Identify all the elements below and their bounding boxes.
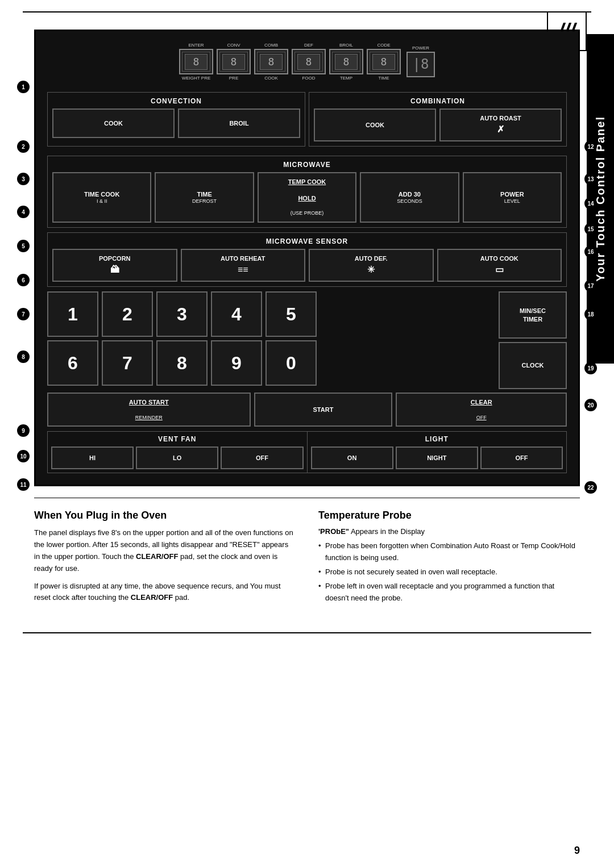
callout-14: 14 xyxy=(584,197,597,210)
num-4-button[interactable]: 4 xyxy=(211,291,262,337)
num-1-button[interactable]: 1 xyxy=(47,291,98,337)
segment-box-3: 8 xyxy=(254,49,288,74)
microwave-sensor-btn-row: POPCORN🏔 AUTO REHEAT≡≡ AUTO DEF.✳ AUTO C… xyxy=(52,249,562,282)
auto-start-reminder-button[interactable]: AUTO START REMINDER xyxy=(47,393,251,427)
display-segment-6: CODE 8 TIME xyxy=(367,43,401,81)
num-7-button[interactable]: 7 xyxy=(102,340,153,386)
sun-icon: ✳ xyxy=(367,264,375,276)
probe-bullet-1: Probe has been forgotten when Combinatio… xyxy=(318,540,580,564)
convection-label: CONVECTION xyxy=(52,97,300,105)
clock-button[interactable]: CLOCK xyxy=(499,342,567,389)
seg-label-code-bot: TIME xyxy=(378,76,389,81)
seg-label-broil-top: BROIL xyxy=(339,43,353,48)
light-btn-row: ON NIGHT OFF xyxy=(311,446,563,469)
probe-bullet-list: Probe has been forgotten when Combinatio… xyxy=(318,540,580,604)
vent-hi-button[interactable]: HI xyxy=(51,446,134,469)
callout-6: 6 xyxy=(17,274,30,286)
microwave-sensor-section: MICROWAVE SENSOR POPCORN🏔 AUTO REHEAT≡≡ … xyxy=(47,232,567,287)
segment-inner-5: 8 xyxy=(335,54,358,70)
combination-label: COMBINATION xyxy=(314,97,562,105)
seg-label-comb-bot: COOK xyxy=(264,76,278,81)
numpad-right: MIN/SECTIMER CLOCK xyxy=(499,291,567,389)
microwave-section: MICROWAVE TIME COOKI & II TIMEDEFROST TE… xyxy=(47,156,567,228)
callout-22: 22 xyxy=(584,481,597,494)
callout-3: 3 xyxy=(17,173,30,185)
callout-11: 11 xyxy=(17,478,30,491)
clear-off-button[interactable]: CLEAR OFF xyxy=(396,393,567,427)
min-sec-timer-button[interactable]: MIN/SECTIMER xyxy=(499,291,567,339)
seg-label-comb-top: COMB xyxy=(264,43,278,48)
display-segment-3: COMB 8 COOK xyxy=(254,43,288,81)
callout-9: 9 xyxy=(17,424,30,437)
auto-reheat-button[interactable]: AUTO REHEAT≡≡ xyxy=(181,249,306,282)
vent-light-section: VENT FAN HI LO OFF LIGHT ON NIGHT OFF xyxy=(47,431,567,473)
callout-13: 13 xyxy=(584,173,597,185)
vent-lo-button[interactable]: LO xyxy=(136,446,218,469)
num-5-button[interactable]: 5 xyxy=(265,291,317,337)
probe-bullet-3: Probe left in oven wall receptacle and y… xyxy=(318,581,580,604)
display-segment-1: ENTER 8 WEIGHT PRE xyxy=(179,43,213,81)
num-3-button[interactable]: 3 xyxy=(156,291,208,337)
segment-box-1: 8 xyxy=(179,49,213,74)
numpad-row-2: 6 7 8 9 0 xyxy=(47,340,495,386)
callout-7: 7 xyxy=(17,308,30,320)
light-night-button[interactable]: NIGHT xyxy=(396,446,478,469)
combination-cook-button[interactable]: COOK xyxy=(314,108,436,141)
callout-1: 1 xyxy=(17,81,30,93)
callout-19: 19 xyxy=(584,362,597,374)
light-off-button[interactable]: OFF xyxy=(480,446,563,469)
auto-roast-button[interactable]: AUTO ROAST✗ xyxy=(439,108,562,141)
add-30-seconds-button[interactable]: ADD 30SECONDS xyxy=(360,172,459,223)
power-box: |8 xyxy=(406,52,435,77)
plug-in-section: When You Plug in the Oven The panel disp… xyxy=(34,510,296,610)
box-icon: ▭ xyxy=(495,264,504,276)
callout-10: 10 xyxy=(17,450,30,462)
numpad-left: 1 2 3 4 5 6 7 8 9 0 xyxy=(47,291,495,389)
display-row: ENTER 8 WEIGHT PRE CONV 8 PR xyxy=(47,43,567,81)
callout-8: 8 xyxy=(17,350,30,363)
start-button[interactable]: START xyxy=(254,393,393,427)
top-border xyxy=(23,11,591,12)
side-label-text: Your Touch Control Panel xyxy=(594,116,607,282)
callout-4: 4 xyxy=(17,206,30,218)
temp-cook-hold-button[interactable]: TEMP COOK HOLD (USE PROBE) xyxy=(258,172,356,223)
convection-cook-button[interactable]: COOK xyxy=(52,108,175,138)
num-9-button[interactable]: 9 xyxy=(211,340,262,386)
seg-label-def-top: DEF xyxy=(304,43,313,48)
segment-box-5: 8 xyxy=(329,49,363,74)
seg-label-enter-bot: WEIGHT PRE xyxy=(182,76,211,81)
callout-2: 2 xyxy=(17,140,30,153)
auto-defrost-button[interactable]: AUTO DEF.✳ xyxy=(309,249,434,282)
segment-box-2: 8 xyxy=(217,49,251,74)
num-2-button[interactable]: 2 xyxy=(102,291,153,337)
seg-label-def-bot: FOOD xyxy=(302,76,315,81)
numpad-row-1: 1 2 3 4 5 xyxy=(47,291,495,337)
segment-box-6: 8 xyxy=(367,49,401,74)
time-cook-button[interactable]: TIME COOKI & II xyxy=(52,172,151,223)
callout-18: 18 xyxy=(584,308,597,320)
segment-inner-3: 8 xyxy=(260,54,283,70)
light-label: LIGHT xyxy=(311,435,563,443)
auto-roast-icon: ✗ xyxy=(497,124,504,136)
segment-inner-6: 8 xyxy=(372,54,395,70)
convection-section: CONVECTION COOK BROIL xyxy=(47,92,305,147)
num-8-button[interactable]: 8 xyxy=(156,340,208,386)
time-defrost-button[interactable]: TIMEDEFROST xyxy=(155,172,254,223)
microwave-btn-row: TIME COOKI & II TIMEDEFROST TEMP COOK HO… xyxy=(52,172,562,223)
page-number: 9 xyxy=(574,845,580,857)
segment-inner-4: 8 xyxy=(297,54,320,70)
seg-label-conv-top: CONV xyxy=(227,43,240,48)
num-6-button[interactable]: 6 xyxy=(47,340,98,386)
auto-cook-button[interactable]: AUTO COOK▭ xyxy=(437,249,562,282)
power-level-button[interactable]: POWERLEVEL xyxy=(463,172,562,223)
segment-box-4: 8 xyxy=(292,49,326,74)
num-0-button[interactable]: 0 xyxy=(265,340,317,386)
convection-broil-button[interactable]: BROIL xyxy=(178,108,300,138)
light-on-button[interactable]: ON xyxy=(311,446,393,469)
callout-15: 15 xyxy=(584,223,597,235)
segment-inner-1: 8 xyxy=(185,54,208,70)
steam-icon: ≡≡ xyxy=(238,264,248,276)
popcorn-button[interactable]: POPCORN🏔 xyxy=(52,249,177,282)
vent-off-button[interactable]: OFF xyxy=(221,446,303,469)
power-label-top: POWER xyxy=(412,45,429,51)
